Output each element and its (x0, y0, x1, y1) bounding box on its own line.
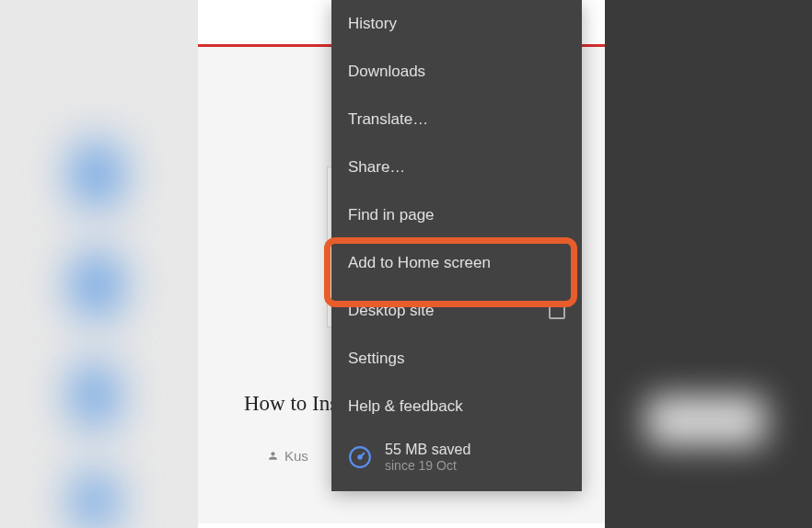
menu-item-history[interactable]: History (331, 0, 582, 48)
menu-item-translate[interactable]: Translate… (331, 96, 582, 143)
menu-item-label: Translate… (348, 110, 428, 128)
menu-item-data-saver[interactable]: 55 MB saved since 19 Oct (331, 430, 582, 491)
menu-item-label: Settings (348, 350, 404, 367)
menu-item-label: Desktop site (348, 302, 435, 320)
data-saver-since: since 19 Oct (385, 458, 470, 473)
menu-item-share[interactable]: Share… (331, 143, 582, 191)
menu-item-label: Add to Home screen (348, 254, 491, 271)
blur-accent (74, 363, 115, 428)
blur-accent (74, 474, 115, 528)
blur-accent (646, 396, 766, 446)
menu-item-label: Find in page (348, 206, 435, 224)
chrome-overflow-menu: History Downloads Translate… Share… Find… (331, 0, 582, 491)
blur-accent (74, 253, 120, 317)
menu-item-find-in-page[interactable]: Find in page (331, 191, 582, 239)
menu-item-label: Downloads (348, 63, 425, 80)
data-saver-text: 55 MB saved since 19 Oct (385, 442, 470, 473)
menu-item-label: Help & feedback (348, 397, 463, 415)
gauge-icon (348, 445, 372, 469)
svg-point-1 (358, 455, 361, 458)
data-saver-amount: 55 MB saved (385, 442, 470, 458)
menu-item-add-to-home-screen[interactable]: Add to Home screen (331, 239, 582, 287)
blurred-background-left (0, 0, 198, 528)
desktop-site-checkbox[interactable] (549, 303, 565, 319)
menu-item-settings[interactable]: Settings (331, 335, 582, 383)
menu-item-desktop-site[interactable]: Desktop site (331, 287, 582, 335)
menu-item-help-feedback[interactable]: Help & feedback (331, 383, 582, 430)
author-name: Kus (284, 448, 308, 464)
blurred-background-right (605, 0, 812, 528)
blur-accent (74, 143, 120, 207)
menu-item-label: Share… (348, 158, 405, 176)
person-icon (267, 450, 279, 462)
menu-item-label: History (348, 15, 397, 32)
menu-item-downloads[interactable]: Downloads (331, 48, 582, 96)
